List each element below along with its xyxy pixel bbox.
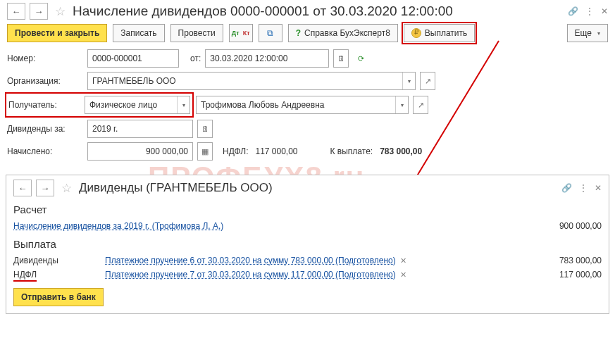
section-calc-heading: Расчет (13, 203, 602, 215)
help-label: Справка БухЭксперт8 (304, 28, 390, 38)
accrued-label: Начислено: (7, 146, 83, 156)
payment-row: Дивиденды Платежное пручение 6 от 30.03.… (13, 256, 602, 265)
save-button[interactable]: Записать (113, 24, 164, 42)
org-input[interactable]: ГРАНТМЕБЕЛЬ ООО ▾ (87, 72, 416, 90)
calc-amount: 900 000,00 (531, 221, 602, 231)
recipient-open-icon[interactable]: ↗ (413, 96, 428, 114)
payment-row-label: Дивиденды (13, 256, 105, 265)
close-icon[interactable]: ✕ (601, 6, 608, 16)
payment-row: НДФЛ Платежное пручение 7 от 30.03.2020 … (13, 270, 602, 280)
topay-label: К выплате: (330, 146, 373, 156)
post-button[interactable]: Провести (170, 24, 223, 42)
payment-amount: 117 000,00 (531, 270, 602, 280)
page-title: Начисление дивидендов 0000-000001 от 30.… (73, 4, 564, 19)
payment-link[interactable]: Платежное пручение 6 от 30.03.2020 на су… (105, 256, 396, 265)
sub-link-icon[interactable]: 🔗 (561, 183, 572, 193)
back-button[interactable]: ← (7, 3, 25, 20)
recipient-input[interactable]: Трофимова Любовь Андреевна ▾ (196, 96, 409, 114)
period-calendar-icon[interactable]: 🗓 (197, 120, 213, 138)
more-button[interactable]: Еще▾ (567, 24, 608, 42)
sub-close-icon[interactable]: ✕ (595, 183, 602, 193)
recipient-label: Получатель: (8, 100, 80, 110)
sub-forward-button[interactable]: → (36, 180, 54, 196)
from-label: от: (190, 54, 201, 63)
refresh-icon[interactable]: ⟳ (353, 49, 368, 68)
coin-icon (411, 28, 421, 38)
calc-link[interactable]: Начисление дивидендов за 2019 г. (Трофим… (13, 221, 223, 231)
kebab-icon[interactable]: ⋮ (585, 6, 594, 16)
period-label: Дивиденды за: (7, 124, 83, 134)
recipient-dropdown-icon[interactable]: ▾ (395, 96, 408, 113)
sub-back-button[interactable]: ← (13, 180, 32, 196)
period-input[interactable]: 2019 г. (87, 120, 193, 138)
favorite-icon[interactable]: ☆ (55, 4, 66, 19)
payment-amount: 783 000,00 (531, 256, 602, 265)
dtkt-icon-button[interactable]: ДтКт (229, 24, 253, 42)
org-dropdown-icon[interactable]: ▾ (402, 73, 415, 89)
payment-row-label: НДФЛ (13, 270, 105, 280)
ndfl-value: 117 000,00 (255, 146, 297, 156)
org-label: Организация: (7, 76, 83, 86)
recipient-type-dropdown-icon[interactable]: ▾ (177, 96, 190, 113)
number-input[interactable]: 0000-000001 (87, 49, 179, 68)
remove-row-icon[interactable]: ✕ (400, 270, 406, 280)
payment-link[interactable]: Платежное пручение 7 от 30.03.2020 на су… (105, 270, 396, 280)
send-to-bank-button[interactable]: Отправить в банк (13, 288, 104, 306)
help-button[interactable]: ?Справка БухЭксперт8 (288, 24, 398, 42)
link-icon[interactable]: 🔗 (568, 6, 578, 16)
number-label: Номер: (7, 54, 83, 63)
structure-icon-button[interactable]: ⧉ (259, 24, 282, 42)
topay-value: 783 000,00 (380, 146, 422, 156)
pay-button[interactable]: Выплатить (404, 24, 476, 42)
pay-label: Выплатить (425, 28, 468, 38)
sub-kebab-icon[interactable]: ⋮ (579, 183, 588, 193)
accrued-input[interactable]: 900 000,00 (87, 142, 193, 161)
more-label: Еще (575, 28, 592, 38)
sub-favorite-icon[interactable]: ☆ (61, 181, 72, 196)
calendar-icon[interactable]: 🗓 (333, 49, 349, 68)
ndfl-label: НДФЛ: (223, 146, 248, 156)
date-input[interactable]: 30.03.2020 12:00:00 (205, 49, 329, 68)
accrued-calc-icon[interactable]: ▦ (197, 142, 213, 161)
section-pay-heading: Выплата (13, 238, 602, 250)
forward-button[interactable]: → (30, 3, 48, 20)
org-open-icon[interactable]: ↗ (420, 72, 435, 90)
sub-title: Дивиденды (ГРАНТМЕБЕЛЬ ООО) (79, 181, 557, 195)
post-and-close-button[interactable]: Провести и закрыть (7, 24, 107, 42)
remove-row-icon[interactable]: ✕ (400, 256, 406, 265)
recipient-type-select[interactable]: Физическое лицо ▾ (85, 96, 190, 114)
